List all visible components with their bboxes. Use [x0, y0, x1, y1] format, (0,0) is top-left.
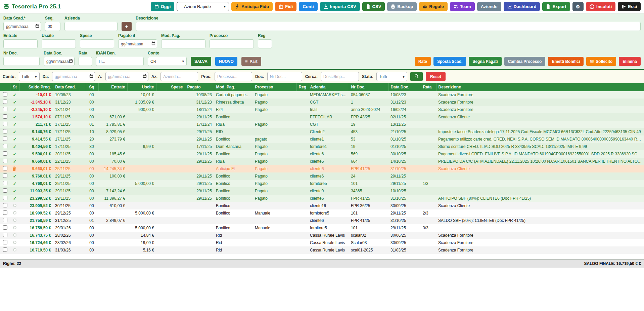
col-mod-pag[interactable]: Mod. Pag. — [214, 83, 253, 91]
settings-button[interactable]: ⚙ — [572, 2, 584, 11]
table-row[interactable]: 21.758,59 €31/12/25012.849,07 €cliente6F… — [0, 217, 644, 224]
table-row[interactable]: ✓9.760,01 €29/11/2500100,00 €29/11/25Bon… — [0, 172, 644, 180]
regole-button[interactable]: Regole — [419, 2, 447, 11]
row-checkbox[interactable] — [3, 166, 7, 170]
table-row[interactable]: ✓-10,01 €10/08/230010,01 €10/08/23Carta … — [0, 91, 644, 99]
row-checkbox[interactable] — [3, 218, 7, 222]
row-checkbox[interactable] — [3, 100, 7, 104]
fidi-button[interactable]: Fidi — [275, 2, 296, 11]
conto-select[interactable]: CR ▾ — [148, 57, 187, 66]
importa-csv-button[interactable]: Importa CSV — [320, 2, 360, 11]
backup-button[interactable]: Backup — [387, 2, 417, 11]
col-processo[interactable]: Processo — [253, 83, 296, 91]
col-descrizione[interactable]: Descrizione — [436, 83, 644, 91]
table-row[interactable]: ✓23.299,52 €29/11/250011.396,27 €29/11/2… — [0, 195, 644, 202]
row-checkbox[interactable] — [3, 233, 7, 237]
row-checkbox[interactable] — [3, 159, 7, 163]
rata-input[interactable] — [79, 57, 92, 66]
row-checkbox[interactable] — [3, 203, 7, 207]
col-nr-doc[interactable]: Nr Doc. — [349, 83, 388, 91]
table-row[interactable]: ✓211,71 €17/11/25011.785,81 €17/11/24RiB… — [0, 121, 644, 128]
table-row[interactable]: ✓-1.345,10 €31/12/23001.335,09 €31/12/23… — [0, 99, 644, 106]
calendar-icon[interactable] — [89, 74, 93, 78]
emetti-bonifici-button[interactable]: Emetti Bonifici — [548, 57, 584, 66]
col-reg[interactable]: Reg — [296, 83, 308, 91]
elimina-button[interactable]: Elimina — [619, 57, 641, 66]
iban-ben-input[interactable] — [96, 57, 144, 66]
mod-pag-input[interactable] — [161, 39, 205, 48]
row-checkbox[interactable] — [3, 196, 7, 200]
row-checkbox[interactable] — [3, 144, 7, 148]
table-row[interactable]: 18.909,52 €29/12/25005.000,00 €BonificoM… — [0, 209, 644, 217]
aziende-button[interactable]: Aziende — [477, 2, 501, 11]
col-azienda[interactable]: Azienda — [308, 83, 349, 91]
insoluti-button[interactable]: ! Insoluti — [586, 2, 615, 11]
row-checkbox[interactable] — [3, 129, 7, 133]
part-button[interactable]: ≡ Part — [241, 57, 261, 66]
esci-button[interactable]: Esci — [618, 2, 641, 11]
row-checkbox[interactable] — [3, 122, 7, 126]
calendar-icon[interactable] — [69, 59, 73, 63]
salva-button[interactable]: SALVA — [191, 57, 211, 66]
table-row[interactable]: ✓9.590,01 €20/11/2500185,45 €29/11/25Bon… — [0, 150, 644, 158]
row-checkbox[interactable] — [3, 210, 7, 215]
col-sq[interactable]: Sq — [85, 83, 98, 91]
filter-azienda-input[interactable] — [160, 72, 198, 81]
filter-cerca-input[interactable] — [321, 72, 359, 81]
reg-input[interactable] — [258, 39, 272, 48]
filter-stato-select[interactable]: Tutti▾ — [376, 72, 407, 81]
dashboard-button[interactable]: Dashboard — [504, 2, 540, 11]
filter-doc-input[interactable] — [267, 72, 302, 81]
export-button[interactable]: Export — [542, 2, 570, 11]
filter-a-input[interactable] — [105, 72, 148, 81]
conti-button[interactable]: Conti — [299, 2, 317, 11]
col-spese[interactable]: Spese — [156, 83, 185, 91]
row-checkbox[interactable] — [3, 92, 7, 96]
table-row[interactable]: ✓-2.245,10 €18/11/2400900,00 €18/11/24F2… — [0, 106, 644, 113]
row-checkbox[interactable] — [3, 151, 7, 156]
seq-input[interactable] — [45, 22, 60, 31]
azienda-input[interactable] — [64, 22, 118, 31]
row-checkbox[interactable] — [3, 225, 7, 230]
col-data-doc[interactable]: Data Doc. — [388, 83, 421, 91]
calendar-icon[interactable] — [143, 74, 147, 78]
spese-input[interactable] — [80, 39, 114, 48]
table-row[interactable]: 16.724,66 €28/02/260019,09 €RidCassa Rur… — [0, 239, 644, 246]
table-row[interactable]: 16.743,75 €28/02/260014,84 €RidCassa Rur… — [0, 232, 644, 239]
row-checkbox[interactable] — [3, 114, 7, 119]
descrizione-input[interactable] — [136, 22, 641, 31]
anticipa-fido-button[interactable]: Anticipa Fido — [231, 2, 273, 11]
team-button[interactable]: Team — [450, 2, 475, 11]
col-uscite[interactable]: Uscite — [127, 83, 156, 91]
search-button[interactable] — [410, 72, 423, 81]
table-row[interactable]: ✓4.760,01 €29/11/25005.000,00 €29/11/25B… — [0, 180, 644, 187]
csv-button[interactable]: CSV — [362, 2, 385, 11]
cambia-processo-button[interactable]: Cambia Processo — [504, 57, 546, 66]
entrate-input[interactable] — [3, 39, 38, 48]
table-row[interactable]: ✓9.404,56 €17/11/25309,99 €17/11/25Dom B… — [0, 143, 644, 150]
sposta-scad-button[interactable]: Sposta Scad. — [433, 57, 466, 66]
table-row[interactable]: ✓11.903,25 €29/11/25007.143,24 €29/11/25… — [0, 187, 644, 195]
col-pagato[interactable]: Pagato — [185, 83, 214, 91]
row-checkbox[interactable] — [3, 173, 7, 178]
filter-conto-select[interactable]: Tutti▾ — [19, 72, 40, 81]
rate-button[interactable]: Rate — [415, 57, 431, 66]
table-row[interactable]: 16.719,50 €31/03/26005,16 €RidCassa Rura… — [0, 246, 644, 254]
filter-processo-input[interactable] — [215, 72, 252, 81]
calendar-icon[interactable] — [35, 24, 39, 28]
nr-doc-input[interactable] — [3, 57, 40, 66]
sollecito-button[interactable]: ✉ Sollecito — [586, 57, 616, 66]
col-rata[interactable]: Rata — [421, 83, 436, 91]
processo-input[interactable] — [210, 39, 254, 48]
row-checkbox[interactable] — [3, 188, 7, 193]
nuovo-button[interactable]: NUOVO — [215, 57, 237, 66]
table-row[interactable]: ✓9.414,55 €17/11/2520273,79 €29/11/25Bon… — [0, 135, 644, 143]
table-row[interactable]: ✓9.140,76 €17/11/25108.929,05 €29/11/25R… — [0, 128, 644, 135]
row-checkbox[interactable] — [3, 181, 7, 185]
table-row[interactable]: 9.660,01 €25/11/250014.245,34 €Anticipo … — [0, 165, 644, 172]
row-checkbox[interactable] — [3, 247, 7, 252]
table-row[interactable]: 23.909,52 €30/11/2500610,00 €Bonificocli… — [0, 202, 644, 209]
oggi-button[interactable]: Oggi — [151, 2, 175, 11]
segna-pagati-button[interactable]: Segna Pagati — [469, 57, 501, 66]
table-row[interactable]: 16.758,59 €29/01/26005.000,00 €BonificoM… — [0, 224, 644, 232]
